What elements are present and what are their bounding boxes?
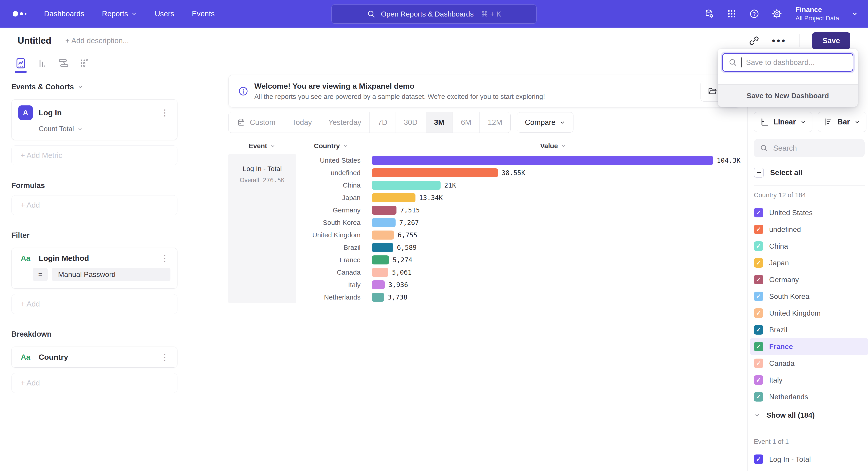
project-switcher[interactable]: Finance All Project Data (796, 5, 839, 22)
kebab-menu-icon[interactable]: ⋮ (159, 254, 170, 263)
events-cohorts-header[interactable]: Events & Cohorts (11, 83, 178, 91)
checkbox-checked[interactable]: ✓ (754, 225, 763, 234)
country-filter-row[interactable]: ✓South Korea (750, 288, 868, 305)
country-filter-row[interactable]: ✓Japan (750, 255, 868, 271)
chart-row: United Kingdom6,755 (296, 229, 741, 241)
breakdown-property-name[interactable]: Country (39, 353, 153, 361)
bar-segment[interactable] (372, 168, 498, 177)
add-breakdown-button[interactable]: + Add (11, 373, 178, 393)
bar-segment[interactable] (372, 293, 384, 302)
country-filter-row[interactable]: ✓France (750, 338, 868, 355)
date-range-7d[interactable]: 7D (370, 112, 396, 133)
checkbox-checked[interactable]: ✓ (754, 325, 763, 334)
bar-segment[interactable] (372, 256, 389, 264)
date-range-custom[interactable]: Custom (228, 112, 284, 133)
kebab-menu-icon[interactable]: ⋮ (159, 108, 170, 117)
save-button[interactable]: Save (812, 32, 850, 49)
country-filter-row[interactable]: ✓Netherlands (750, 388, 868, 405)
metric-event-name[interactable]: Log In (39, 108, 153, 117)
event-filter-row[interactable]: ✓Log In - Total (750, 451, 868, 468)
data-management-icon[interactable] (704, 8, 715, 19)
country-filter-row[interactable]: ✓United Kingdom (750, 305, 868, 321)
bar-segment[interactable] (372, 218, 396, 227)
tab-insights[interactable] (14, 55, 27, 71)
report-title[interactable]: Untitled (18, 35, 51, 46)
bar-segment[interactable] (372, 181, 440, 190)
more-options-button[interactable]: ••• (772, 36, 786, 46)
nav-item-events[interactable]: Events (192, 9, 215, 18)
active-tab-indicator (15, 71, 27, 73)
checkbox-indeterminate[interactable] (754, 168, 764, 178)
checkbox-checked[interactable]: ✓ (754, 208, 763, 217)
chart-style-label: Bar (837, 118, 850, 126)
bar-segment[interactable] (372, 243, 393, 252)
bar-segment[interactable] (372, 280, 385, 289)
date-range-30d[interactable]: 30D (396, 112, 426, 133)
date-range-12m[interactable]: 12M (480, 112, 510, 133)
compare-button[interactable]: Compare (517, 112, 574, 133)
country-filter-row[interactable]: ✓Brazil (750, 321, 868, 338)
kebab-menu-icon[interactable]: ⋮ (159, 353, 170, 361)
aggregation-selector[interactable]: Count Total (39, 125, 170, 133)
show-all-button[interactable]: Show all (184) (754, 406, 865, 424)
add-formula-button[interactable]: + Add (11, 195, 178, 215)
date-range-today[interactable]: Today (284, 112, 320, 133)
country-filter-row[interactable]: ✓Germany (750, 271, 868, 288)
checkbox-checked[interactable]: ✓ (754, 375, 763, 385)
save-dashboard-search-input[interactable]: Save to dashboard... (722, 53, 853, 72)
date-range-3m[interactable]: 3M (426, 112, 453, 133)
checkbox-checked[interactable]: ✓ (754, 342, 763, 351)
settings-gear-icon[interactable] (772, 8, 782, 19)
bar-segment[interactable] (372, 231, 394, 240)
nav-item-dashboards[interactable]: Dashboards (44, 9, 84, 18)
tab-funnels[interactable] (36, 55, 49, 71)
event-series-panel[interactable]: Log In - Total Overall 276.5K (228, 154, 296, 303)
select-all-row[interactable]: Select all (754, 168, 865, 178)
column-header-country[interactable]: Country (296, 142, 366, 150)
tab-retention[interactable] (78, 55, 91, 71)
chart-style-selector[interactable]: Bar (818, 112, 866, 132)
country-filter-row-label: South Korea (769, 292, 809, 301)
date-range-yesterday[interactable]: Yesterday (320, 112, 370, 133)
country-filter-row[interactable]: ✓Canada (750, 355, 868, 372)
country-filter-row[interactable]: ✓United States (750, 204, 868, 221)
country-filter-row[interactable]: ✓undefined (750, 221, 868, 238)
share-link-icon[interactable] (749, 35, 759, 46)
filter-property-name[interactable]: Login Method (39, 254, 153, 263)
checkbox-checked[interactable]: ✓ (754, 258, 763, 268)
country-filter-row[interactable]: ✓Italy (750, 372, 868, 388)
checkbox-checked[interactable]: ✓ (754, 308, 763, 318)
checkbox-checked[interactable]: ✓ (754, 392, 763, 402)
checkbox-checked[interactable]: ✓ (754, 359, 763, 368)
date-range-6m[interactable]: 6M (453, 112, 480, 133)
bar-segment[interactable] (372, 156, 713, 165)
nav-item-users[interactable]: Users (155, 9, 174, 18)
help-icon[interactable]: ? (749, 8, 760, 19)
tab-flows[interactable] (57, 55, 70, 71)
bar-segment[interactable] (372, 193, 415, 202)
filter-value[interactable]: Manual Password (52, 268, 170, 281)
checkbox-checked[interactable]: ✓ (754, 454, 763, 464)
legend-search-input[interactable]: Search (754, 139, 865, 157)
demo-welcome-banner: Welcome! You are viewing a Mixpanel demo… (228, 75, 741, 108)
scale-selector[interactable]: Linear (754, 112, 812, 132)
mixpanel-logo[interactable] (13, 11, 26, 17)
chevron-down-icon[interactable] (851, 10, 859, 18)
checkbox-checked[interactable]: ✓ (754, 241, 763, 251)
filter-operator[interactable]: = (33, 268, 48, 281)
country-filter-row[interactable]: ✓China (750, 238, 868, 255)
bar-segment[interactable] (372, 268, 388, 277)
add-description-button[interactable]: + Add description... (65, 36, 129, 45)
apps-grid-icon[interactable] (726, 8, 737, 19)
column-header-value[interactable]: Value (366, 142, 741, 150)
add-metric-button[interactable]: + Add Metric (11, 145, 178, 165)
nav-item-reports[interactable]: Reports (102, 9, 137, 18)
checkbox-checked[interactable]: ✓ (754, 275, 763, 284)
add-filter-button[interactable]: + Add (11, 294, 178, 314)
global-search-button[interactable]: Open Reports & Dashboards ⌘ + K (332, 4, 537, 24)
country-filter-list: ✓United States✓undefined✓China✓Japan✓Ger… (754, 204, 865, 405)
bar-segment[interactable] (372, 206, 397, 215)
column-header-event[interactable]: Event (228, 142, 296, 150)
save-to-new-dashboard-button[interactable]: Save to New Dashboard (718, 84, 858, 107)
checkbox-checked[interactable]: ✓ (754, 292, 763, 301)
